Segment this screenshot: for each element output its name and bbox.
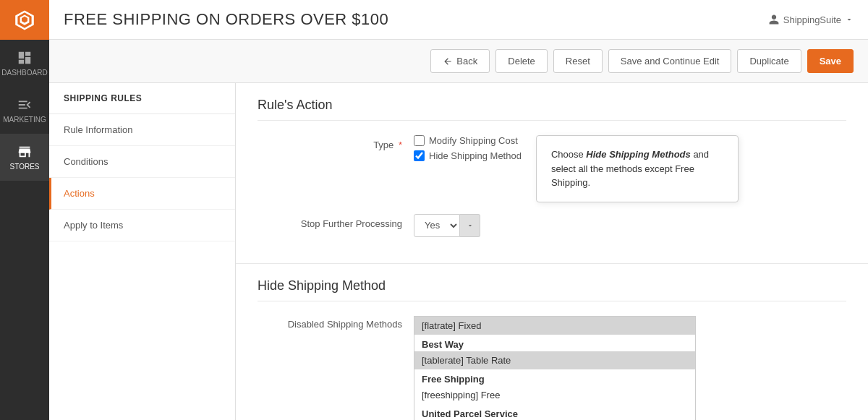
- stop-processing-field: Yes No: [414, 214, 846, 237]
- magento-logo-icon: [13, 9, 36, 32]
- hide-shipping-checkbox[interactable]: [414, 150, 425, 161]
- method-item[interactable]: [tablerate] Table Rate: [414, 351, 695, 369]
- rules-action-title: Rule's Action: [258, 98, 846, 121]
- user-icon: [768, 14, 780, 25]
- callout-box: Choose Hide Shipping Methods and select …: [536, 135, 739, 202]
- stop-processing-select-group: Yes No: [414, 214, 846, 237]
- type-options-row: Modify Shipping Cost Hide Shipping Metho…: [414, 135, 846, 202]
- sidebar-item-actions-label: Actions: [64, 188, 95, 199]
- back-button-label: Back: [456, 56, 477, 67]
- reset-button-label: Reset: [566, 56, 590, 67]
- duplicate-button[interactable]: Duplicate: [737, 49, 801, 73]
- save-button-label: Save: [820, 56, 841, 67]
- save-button[interactable]: Save: [807, 49, 854, 73]
- app-logo: [0, 0, 49, 40]
- page-title: FREE SHIPPING ON ORDERS OVER $100: [64, 10, 388, 29]
- back-button[interactable]: Back: [430, 49, 490, 73]
- nav-item-marketing[interactable]: Marketing: [0, 87, 49, 134]
- method-group-header[interactable]: United Parcel Service: [414, 404, 695, 421]
- stores-icon: [17, 144, 33, 160]
- duplicate-button-label: Duplicate: [749, 56, 788, 67]
- method-item[interactable]: [flatrate] Fixed: [414, 317, 695, 335]
- modify-shipping-cost-row: Modify Shipping Cost: [414, 135, 522, 146]
- required-marker: *: [399, 140, 402, 150]
- method-item[interactable]: [freeshipping] Free: [414, 386, 695, 404]
- type-label: Type *: [258, 135, 402, 150]
- nav-item-stores-label: Stores: [10, 163, 40, 171]
- hide-shipping-section: Hide Shipping Method Disabled Shipping M…: [236, 264, 868, 421]
- sidebar: SHIPPING RULES Rule Information Conditio…: [49, 83, 236, 420]
- stop-processing-dropdown-btn[interactable]: [460, 214, 480, 237]
- nav-item-dashboard-label: Dashboard: [1, 69, 47, 77]
- sidebar-item-actions[interactable]: Actions: [49, 178, 235, 210]
- save-continue-button[interactable]: Save and Continue Edit: [608, 49, 732, 73]
- stop-processing-select[interactable]: Yes No: [414, 214, 460, 237]
- action-bar: Back Delete Reset Save and Continue Edit…: [49, 40, 868, 83]
- left-navigation: Dashboard Marketing Stores: [0, 0, 49, 420]
- delete-button-label: Delete: [508, 56, 535, 67]
- sidebar-item-rule-information-label: Rule Information: [64, 124, 132, 135]
- stop-processing-row: Stop Further Processing Yes No: [258, 214, 846, 237]
- hide-shipping-label[interactable]: Hide Shipping Method: [429, 150, 522, 161]
- type-checkboxes: Modify Shipping Cost Hide Shipping Metho…: [414, 135, 522, 166]
- nav-item-dashboard[interactable]: Dashboard: [0, 40, 49, 87]
- methods-row: Disabled Shipping Methods [flatrate] Fix…: [258, 316, 846, 421]
- sidebar-item-apply-to-items-label: Apply to Items: [64, 220, 123, 231]
- user-name: ShippingSuite: [783, 14, 841, 25]
- nav-item-stores[interactable]: Stores: [0, 134, 49, 181]
- method-group-header[interactable]: Free Shipping: [414, 369, 695, 386]
- hide-shipping-title: Hide Shipping Method: [258, 278, 846, 301]
- sidebar-item-conditions[interactable]: Conditions: [49, 146, 235, 178]
- marketing-icon: [17, 97, 33, 113]
- type-form-row: Type * Modify Shipping Cost: [258, 135, 846, 202]
- user-menu[interactable]: ShippingSuite: [768, 14, 854, 25]
- stop-processing-label: Stop Further Processing: [258, 214, 402, 229]
- methods-label: Disabled Shipping Methods: [258, 316, 402, 330]
- user-dropdown-icon: [845, 15, 854, 24]
- sidebar-item-apply-to-items[interactable]: Apply to Items: [49, 210, 235, 241]
- delete-button[interactable]: Delete: [495, 49, 548, 73]
- top-header: FREE SHIPPING ON ORDERS OVER $100 Shippi…: [49, 0, 868, 40]
- nav-item-marketing-label: Marketing: [3, 116, 46, 124]
- modify-shipping-checkbox[interactable]: [414, 135, 425, 146]
- chevron-down-icon: [467, 222, 474, 229]
- reset-button[interactable]: Reset: [553, 49, 603, 73]
- dashboard-icon: [17, 50, 33, 66]
- back-arrow-icon: [443, 56, 453, 67]
- sidebar-item-conditions-label: Conditions: [64, 156, 108, 167]
- modify-shipping-label[interactable]: Modify Shipping Cost: [429, 135, 518, 146]
- type-field: Modify Shipping Cost Hide Shipping Metho…: [414, 135, 846, 202]
- callout-text-part1: Choose: [551, 149, 586, 160]
- main-panel: Rule's Action Type *: [236, 83, 868, 420]
- sidebar-title: SHIPPING RULES: [49, 83, 235, 114]
- hide-shipping-method-row: Hide Shipping Method: [414, 150, 522, 161]
- save-continue-button-label: Save and Continue Edit: [621, 56, 720, 67]
- rules-action-section: Rule's Action Type *: [236, 83, 868, 264]
- method-group-header[interactable]: Best Way: [414, 335, 695, 351]
- methods-list[interactable]: [flatrate] FixedBest Way[tablerate] Tabl…: [414, 316, 696, 421]
- sidebar-item-rule-information[interactable]: Rule Information: [49, 114, 235, 146]
- callout-em: Hide Shipping Methods: [586, 149, 690, 160]
